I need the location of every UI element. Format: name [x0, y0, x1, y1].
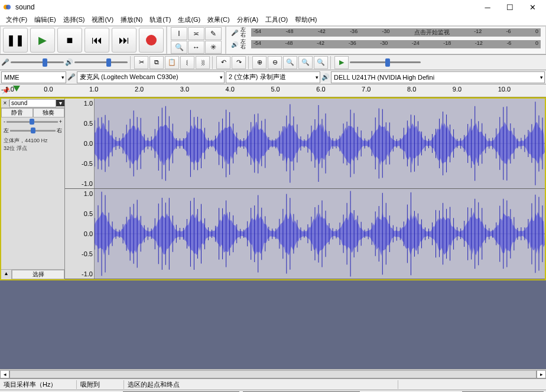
menu-bar: 文件(F) 编辑(E) 选择(S) 视图(V) 播放(N) 轨道(T) 生成(G… [0, 14, 546, 26]
window-title: sound [15, 3, 476, 11]
paste-button[interactable]: 📋 [165, 56, 179, 69]
recording-device-combo[interactable]: 麦克风 (Logitech Webcam C930e)▾ [77, 71, 225, 83]
copy-button[interactable]: ⧉ [150, 56, 164, 69]
meter-toolbar: 🎤 左右 -54-48-42-36-30 点击开始监视 -12-60 🔊 左右 … [226, 26, 546, 54]
menu-select[interactable]: 选择(S) [61, 14, 87, 25]
waveform-right-channel[interactable] [95, 189, 545, 279]
speaker-level-icon: 🔊 [65, 58, 73, 66]
close-button[interactable]: ✕ [521, 1, 544, 14]
zoom-in-button[interactable]: ⊕ [252, 56, 266, 69]
mic-level-icon: 🎤 [1, 58, 9, 66]
tools-toolbar: I ≍ ✎ 🔍 ↔ ✳ [167, 26, 226, 54]
selection-label: 选区的起点和终点 [124, 380, 398, 389]
waveform-left-channel[interactable] [95, 99, 545, 188]
speaker-icon: 🔊 [231, 41, 238, 48]
app-icon [2, 2, 12, 12]
y-scale-left: 1.00.50.0-0.5-1.0 [65, 99, 95, 188]
zoom-tool-icon[interactable]: 🔍 [171, 41, 187, 54]
pan-slider[interactable]: 左右 [1, 126, 64, 136]
skip-end-button[interactable]: ⏭ [112, 28, 136, 53]
mic-device-icon: 🎤 [67, 73, 76, 81]
track-select-button[interactable]: 选择 [12, 270, 64, 279]
track-name[interactable]: sound [9, 99, 56, 107]
y-scale-right: 1.00.50.0-0.5-1.0 [65, 189, 95, 279]
playback-device-combo[interactable]: DELL U2417H (NVIDIA High Defini▾ [331, 71, 545, 83]
cut-button[interactable]: ✂ [134, 56, 148, 69]
play-button[interactable]: ▶ [30, 28, 55, 53]
menu-file[interactable]: 文件(F) [4, 14, 30, 25]
collapse-button[interactable]: ▴ [1, 270, 12, 279]
timeshift-tool-icon[interactable]: ↔ [188, 41, 204, 54]
gain-slider[interactable]: -+ [1, 117, 64, 126]
recording-meter[interactable]: -54-48-42-36-30 点击开始监视 -12-60 [251, 28, 541, 37]
zoom-out-button[interactable]: ⊖ [268, 56, 282, 69]
menu-tools[interactable]: 工具(O) [263, 14, 290, 25]
play-speed-slider[interactable] [350, 58, 421, 67]
svg-point-1 [6, 5, 11, 9]
audio-host-combo[interactable]: MME▾ [1, 71, 66, 83]
scroll-left-button[interactable]: ◂ [0, 370, 9, 378]
menu-generate[interactable]: 生成(G) [176, 14, 203, 25]
track-menu-button[interactable]: ▾ [56, 100, 64, 106]
record-button[interactable] [139, 28, 164, 53]
snap-label: 吸附到 [77, 380, 124, 389]
mute-button[interactable]: 静音 [1, 108, 33, 117]
scroll-right-button[interactable]: ▸ [537, 370, 546, 378]
envelope-tool-icon[interactable]: ≍ [188, 27, 204, 40]
recording-channels-combo[interactable]: 2 (立体声) 录制声道▾ [226, 71, 320, 83]
speaker-device-icon: 🔊 [321, 73, 330, 81]
playback-meter[interactable]: -54-48-42-36-30-24-18-12-60 [251, 40, 541, 48]
recording-volume-slider[interactable] [11, 58, 64, 67]
redo-button[interactable]: ↷ [232, 56, 246, 69]
multi-tool-icon[interactable]: ✳ [205, 41, 222, 54]
trim-button[interactable]: ⧙ [180, 56, 194, 69]
timeline-ruler[interactable]: 📌 - 1.0 0.0 1.0 2.0 3.0 4.0 5.0 6.0 7.0 … [0, 84, 546, 97]
menu-analyze[interactable]: 分析(A) [235, 14, 261, 25]
play-at-speed-button[interactable]: ▶ [334, 56, 349, 69]
skip-start-button[interactable]: ⏮ [84, 28, 109, 53]
track-close-button[interactable]: × [1, 100, 9, 106]
zoom-selection-button[interactable]: 🔍 [283, 56, 297, 69]
undo-button[interactable]: ↶ [216, 56, 230, 69]
menu-help[interactable]: 帮助(H) [292, 14, 319, 25]
zoom-fit-button[interactable]: 🔍 [298, 56, 313, 69]
menu-view[interactable]: 视图(V) [89, 14, 116, 25]
playback-volume-slider[interactable] [74, 58, 128, 67]
silence-button[interactable]: ⧚ [196, 56, 210, 69]
track-area: × sound ▾ 静音 独奏 -+ 左右 立体声，44100 Hz 32位 浮… [0, 97, 546, 280]
horizontal-scrollbar[interactable]: ◂ ▸ [0, 369, 546, 378]
transport-toolbar: ❚❚ ▶ ■ ⏮ ⏭ [0, 26, 167, 54]
menu-tracks[interactable]: 轨道(T) [147, 14, 173, 25]
draw-tool-icon[interactable]: ✎ [205, 27, 222, 40]
track-format-info: 立体声，44100 Hz 32位 浮点 [1, 136, 64, 153]
minimize-button[interactable]: ─ [476, 1, 499, 14]
menu-edit[interactable]: 编辑(E) [32, 14, 58, 25]
mic-icon: 🎤 [231, 30, 238, 36]
menu-transport[interactable]: 播放(N) [118, 14, 145, 25]
meter-LR-label: 左右 [240, 27, 249, 38]
stop-button[interactable]: ■ [57, 28, 82, 53]
solo-button[interactable]: 独奏 [33, 108, 65, 117]
meter-LR-label2: 左右 [240, 39, 249, 50]
selection-tool-icon[interactable]: I [171, 27, 187, 40]
track-control-panel: × sound ▾ 静音 独奏 -+ 左右 立体声，44100 Hz 32位 浮… [1, 99, 65, 279]
menu-effect[interactable]: 效果(C) [205, 14, 232, 25]
empty-track-space[interactable] [0, 280, 546, 369]
maximize-button[interactable]: ☐ [499, 1, 521, 14]
zoom-toggle-button[interactable]: 🔍 [314, 56, 328, 69]
pause-button[interactable]: ❚❚ [3, 28, 28, 53]
project-rate-label: 项目采样率（Hz） [0, 380, 77, 389]
